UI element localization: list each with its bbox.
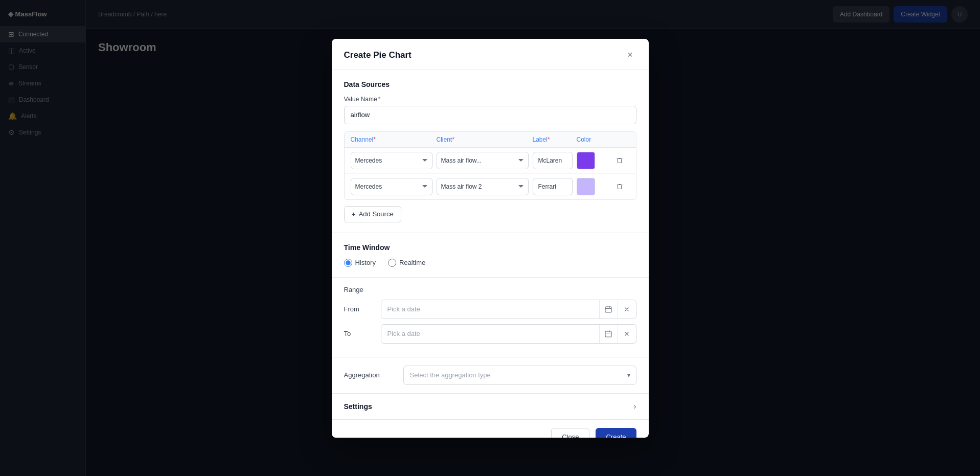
row1-label-input[interactable] bbox=[533, 152, 573, 169]
from-date-input[interactable] bbox=[381, 300, 599, 319]
trash-icon bbox=[616, 157, 623, 164]
to-date-input[interactable] bbox=[381, 325, 599, 343]
row1-delete-cell bbox=[611, 152, 630, 169]
row2-color-cell bbox=[577, 178, 607, 195]
modal-close-button[interactable]: × bbox=[624, 49, 636, 61]
modal-title: Create Pie Chart bbox=[344, 50, 412, 60]
svg-rect-0 bbox=[605, 307, 611, 312]
clear-icon bbox=[624, 306, 630, 312]
value-name-input[interactable] bbox=[344, 106, 636, 124]
to-date-wrapper bbox=[381, 324, 636, 344]
row2-label-input[interactable] bbox=[533, 178, 573, 195]
aggregation-select-wrapper: Select the aggregation type ▾ bbox=[403, 366, 636, 385]
column-header-label: Label* bbox=[533, 136, 573, 143]
row2-channel-select[interactable]: Mercedes bbox=[351, 178, 432, 195]
row2-delete-button[interactable] bbox=[611, 178, 628, 195]
column-header-client: Client* bbox=[437, 136, 529, 143]
row1-delete-button[interactable] bbox=[611, 152, 628, 169]
row1-color-cell bbox=[577, 152, 607, 169]
aggregation-select[interactable]: Select the aggregation type bbox=[403, 366, 636, 385]
aggregation-label: Aggregation bbox=[344, 371, 395, 379]
row1-client-cell: Mass air flow... bbox=[437, 152, 529, 169]
column-header-actions bbox=[611, 136, 630, 143]
add-source-button[interactable]: + Add Source bbox=[344, 206, 401, 222]
svg-rect-1 bbox=[605, 331, 611, 337]
radio-history-input[interactable] bbox=[344, 259, 352, 267]
sources-table-header: Channel* Client* Label* Color bbox=[345, 132, 636, 148]
modal-close-footer-button[interactable]: Close bbox=[551, 428, 589, 438]
range-to-row: To bbox=[344, 324, 636, 344]
modal-body: Data Sources Value Name* Channel* Client… bbox=[332, 70, 649, 419]
row1-channel-cell: Mercedes bbox=[351, 152, 432, 169]
data-sources-section: Data Sources Value Name* Channel* Client… bbox=[332, 70, 649, 233]
column-header-color: Color bbox=[577, 136, 607, 143]
row1-label-cell bbox=[533, 152, 573, 169]
clear-icon bbox=[624, 331, 630, 337]
row2-color-swatch[interactable] bbox=[577, 178, 595, 195]
data-sources-title: Data Sources bbox=[344, 80, 636, 88]
aggregation-row: Aggregation Select the aggregation type … bbox=[332, 357, 649, 394]
time-window-radio-group: History Realtime bbox=[344, 259, 636, 267]
to-label: To bbox=[344, 330, 375, 337]
time-window-section: Time Window History Realtime bbox=[332, 233, 649, 278]
modal-overlay: Create Pie Chart × Data Sources Value Na… bbox=[0, 0, 980, 476]
settings-label: Settings bbox=[344, 402, 372, 411]
radio-history-text: History bbox=[355, 259, 376, 266]
range-from-row: From bbox=[344, 300, 636, 319]
table-row: Mercedes Mass air flow... bbox=[345, 148, 636, 174]
row1-client-select[interactable]: Mass air flow... bbox=[437, 152, 529, 169]
radio-realtime-text: Realtime bbox=[399, 259, 425, 266]
radio-history-label[interactable]: History bbox=[344, 259, 376, 267]
modal-create-pie-chart: Create Pie Chart × Data Sources Value Na… bbox=[332, 39, 649, 438]
sources-table: Channel* Client* Label* Color bbox=[344, 131, 636, 200]
add-source-label: Add Source bbox=[359, 210, 394, 218]
value-name-label: Value Name* bbox=[344, 96, 636, 103]
range-section: Range From bbox=[332, 278, 649, 357]
from-calendar-button[interactable] bbox=[599, 300, 618, 319]
column-header-channel: Channel* bbox=[351, 136, 432, 143]
from-label: From bbox=[344, 305, 375, 313]
row1-channel-select[interactable]: Mercedes bbox=[351, 152, 432, 169]
to-calendar-button[interactable] bbox=[599, 325, 618, 343]
row2-channel-cell: Mercedes bbox=[351, 178, 432, 195]
settings-section[interactable]: Settings › bbox=[332, 394, 649, 419]
row2-client-cell: Mass air flow 2 bbox=[437, 178, 529, 195]
from-date-wrapper bbox=[381, 300, 636, 319]
row2-label-cell bbox=[533, 178, 573, 195]
range-title: Range bbox=[344, 286, 636, 293]
row1-color-swatch[interactable] bbox=[577, 152, 595, 169]
settings-chevron-icon: › bbox=[633, 402, 636, 411]
modal-header: Create Pie Chart × bbox=[332, 39, 649, 70]
table-row: Mercedes Mass air flow 2 bbox=[345, 174, 636, 199]
calendar-icon bbox=[605, 330, 612, 337]
time-window-title: Time Window bbox=[344, 243, 636, 252]
from-clear-button[interactable] bbox=[618, 300, 636, 319]
modal-create-button[interactable]: Create bbox=[596, 428, 636, 438]
row2-client-select[interactable]: Mass air flow 2 bbox=[437, 178, 529, 195]
add-source-plus-icon: + bbox=[352, 210, 356, 218]
calendar-icon bbox=[605, 306, 612, 313]
to-clear-button[interactable] bbox=[618, 325, 636, 343]
row2-delete-cell bbox=[611, 178, 630, 195]
radio-realtime-label[interactable]: Realtime bbox=[388, 259, 425, 267]
trash-icon bbox=[616, 183, 623, 190]
radio-realtime-input[interactable] bbox=[388, 259, 396, 267]
modal-footer: Close Create bbox=[332, 419, 649, 438]
